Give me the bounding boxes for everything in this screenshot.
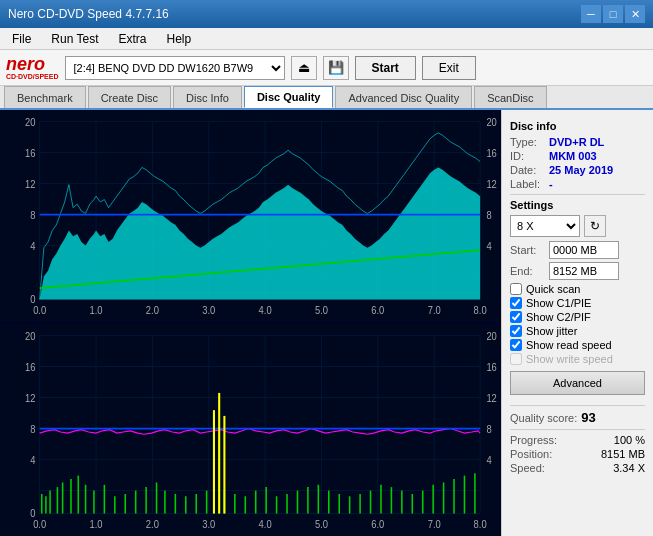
tab-disc-info[interactable]: Disc Info [173,86,242,108]
title-bar: Nero CD-DVD Speed 4.7.7.16 ─ □ ✕ [0,0,653,28]
start-button[interactable]: Start [355,56,416,80]
speed-select[interactable]: 8 X [510,215,580,237]
toolbar: nero CD·DVD/SPEED [2:4] BENQ DVD DD DW16… [0,50,653,86]
svg-text:3.0: 3.0 [202,519,216,531]
minimize-button[interactable]: ─ [581,5,601,23]
svg-text:6.0: 6.0 [371,305,385,317]
svg-text:20: 20 [486,330,497,342]
show-c1pie-checkbox[interactable] [510,297,522,309]
svg-text:16: 16 [25,148,36,160]
svg-text:1.0: 1.0 [90,305,104,317]
show-write-speed-checkbox[interactable] [510,353,522,365]
show-c2pif-checkbox[interactable] [510,311,522,323]
svg-text:8: 8 [486,210,492,222]
main-content: 20 16 12 8 4 0 20 16 12 8 4 0.0 1.0 2.0 … [0,110,653,536]
speed-row: Speed: 3.34 X [510,462,645,474]
progress-value: 100 % [614,434,645,446]
logo: nero CD·DVD/SPEED [6,55,59,80]
svg-text:4.0: 4.0 [259,305,273,317]
start-label: Start: [510,244,545,256]
svg-text:12: 12 [486,179,496,191]
chart-area: 20 16 12 8 4 0 20 16 12 8 4 0.0 1.0 2.0 … [0,110,501,536]
position-label: Position: [510,448,552,460]
end-mb-input[interactable] [549,262,619,280]
menu-bar: File Run Test Extra Help [0,28,653,50]
show-jitter-label: Show jitter [526,325,577,337]
svg-text:3.0: 3.0 [202,305,216,317]
show-jitter-checkbox[interactable] [510,325,522,337]
speed-label: Speed: [510,462,545,474]
show-c2pif-label: Show C2/PIF [526,311,591,323]
settings-title: Settings [510,199,645,211]
exit-button[interactable]: Exit [422,56,476,80]
advanced-button[interactable]: Advanced [510,371,645,395]
disc-info-title: Disc info [510,120,645,132]
position-value: 8151 MB [601,448,645,460]
svg-text:8: 8 [30,423,36,435]
show-read-speed-label: Show read speed [526,339,612,351]
menu-file[interactable]: File [4,30,39,48]
maximize-button[interactable]: □ [603,5,623,23]
date-label: Date: [510,164,545,176]
svg-text:4: 4 [30,454,36,466]
tab-disc-quality[interactable]: Disc Quality [244,86,334,108]
tab-advanced-disc-quality[interactable]: Advanced Disc Quality [335,86,472,108]
end-label: End: [510,265,545,277]
bottom-chart-container: 20 16 12 8 4 0 20 16 12 8 4 0.0 1.0 2.0 … [0,324,501,537]
show-write-speed-label: Show write speed [526,353,613,365]
top-chart-container: 20 16 12 8 4 0 20 16 12 8 4 0.0 1.0 2.0 … [0,110,501,324]
svg-text:8: 8 [486,423,492,435]
disc-info-section: Disc info Type: DVD+R DL ID: MKM 003 Dat… [510,120,645,190]
svg-text:5.0: 5.0 [315,519,329,531]
label-value: - [549,178,553,190]
menu-run-test[interactable]: Run Test [43,30,106,48]
logo-sub-text: CD·DVD/SPEED [6,73,59,80]
svg-text:4.0: 4.0 [259,519,273,531]
progress-label: Progress: [510,434,557,446]
divider-2 [510,405,645,406]
svg-text:12: 12 [25,179,35,191]
quality-score-value: 93 [581,410,595,425]
eject-button[interactable]: ⏏ [291,56,317,80]
svg-text:16: 16 [25,361,36,373]
speed-value: 3.34 X [613,462,645,474]
position-row: Position: 8151 MB [510,448,645,460]
tab-benchmark[interactable]: Benchmark [4,86,86,108]
tab-create-disc[interactable]: Create Disc [88,86,171,108]
svg-text:16: 16 [486,361,497,373]
right-panel: Disc info Type: DVD+R DL ID: MKM 003 Dat… [501,110,653,536]
menu-extra[interactable]: Extra [110,30,154,48]
start-mb-input[interactable] [549,241,619,259]
svg-text:0: 0 [30,294,36,306]
svg-text:16: 16 [486,148,497,160]
svg-text:12: 12 [25,392,35,404]
svg-text:8.0: 8.0 [474,519,488,531]
app-title: Nero CD-DVD Speed 4.7.7.16 [8,7,169,21]
save-button[interactable]: 💾 [323,56,349,80]
svg-text:7.0: 7.0 [428,519,442,531]
refresh-button[interactable]: ↻ [584,215,606,237]
quick-scan-checkbox[interactable] [510,283,522,295]
svg-text:8: 8 [30,210,36,222]
svg-text:1.0: 1.0 [90,519,104,531]
svg-text:8.0: 8.0 [474,305,488,317]
drive-select[interactable]: [2:4] BENQ DVD DD DW1620 B7W9 [65,56,285,80]
svg-text:20: 20 [25,117,36,129]
tab-scan-disc[interactable]: ScanDisc [474,86,546,108]
show-c1pie-label: Show C1/PIE [526,297,591,309]
quality-score-row: Quality score: 93 [510,410,645,425]
type-label: Type: [510,136,545,148]
date-value: 25 May 2019 [549,164,613,176]
close-button[interactable]: ✕ [625,5,645,23]
label-label: Label: [510,178,545,190]
divider-1 [510,194,645,195]
svg-text:20: 20 [486,117,497,129]
svg-text:0.0: 0.0 [33,519,47,531]
logo-nero-text: nero [6,55,59,73]
svg-text:2.0: 2.0 [146,305,160,317]
svg-text:7.0: 7.0 [428,305,442,317]
show-read-speed-checkbox[interactable] [510,339,522,351]
svg-text:4: 4 [30,241,36,253]
settings-section: Settings 8 X ↻ Start: End: Quick scan [510,199,645,401]
menu-help[interactable]: Help [159,30,200,48]
